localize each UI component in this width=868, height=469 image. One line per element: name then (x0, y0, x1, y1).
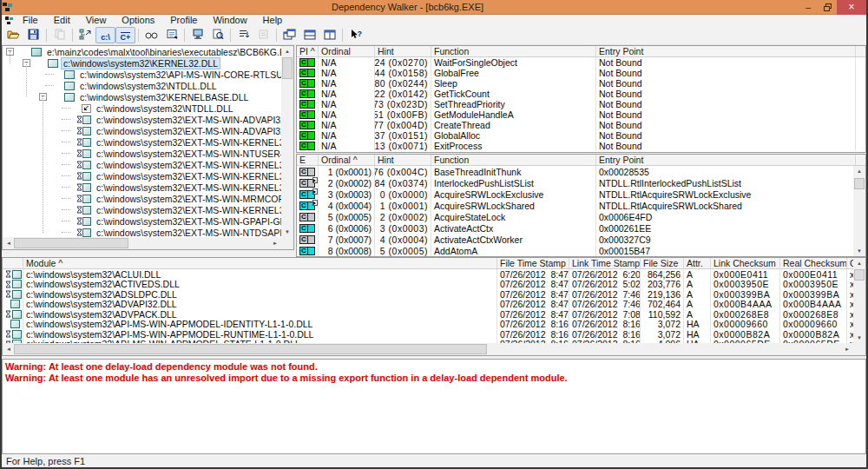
column-header-ordinal-[interactable]: Ordinal ^ (319, 155, 375, 165)
minimize-button[interactable]: – (799, 0, 818, 15)
log-button[interactable] (233, 27, 253, 43)
module-row[interactable]: c:\windows\system32\ADSLDPC.DLL07/26/201… (3, 289, 853, 300)
scroll-thumb[interactable] (854, 269, 865, 281)
column-header-entry-point[interactable]: Entry Point (596, 46, 856, 56)
exports-vertical-scrollbar[interactable]: ▲ ▼ (853, 166, 865, 256)
export-row[interactable]: C6 (0x0006)3 (0x0003)ActivateActCtx0x000… (297, 222, 853, 234)
column-header-link-checksum[interactable]: Link Checksum (711, 258, 780, 268)
save-button[interactable] (23, 27, 43, 43)
tree-item[interactable]: c:\windows\system32\EXT-MS-WIN-KERNEL32-… (3, 159, 281, 170)
import-row[interactable]: CN/A322 (0x0142)GetTickCountNot Bound (297, 89, 865, 99)
module-row[interactable]: c:\windows\system32\API-MS-WIN-APPMODEL-… (3, 329, 853, 340)
menu-help[interactable]: Help (255, 15, 291, 26)
export-row[interactable]: C7 (0x0007)4 (0x0004)ActivateActCtxWorke… (297, 234, 853, 245)
split-vertical-button[interactable] (319, 27, 339, 43)
undecorate-button[interactable]: C+ (115, 27, 135, 43)
tree-item[interactable]: c:\windows\system32\EXT-MS-WIN-NTUSER-ST… (3, 148, 281, 159)
column-header-hint[interactable]: Hint (375, 46, 431, 56)
close-button[interactable]: × (837, 0, 866, 15)
column-header-icon[interactable] (3, 258, 23, 268)
import-row[interactable]: CN/A573 (0x023D)SetThreadPriorityNot Bou… (297, 99, 865, 109)
column-header-hint[interactable]: Hint (375, 155, 431, 165)
menu-profile[interactable]: Profile (162, 15, 205, 26)
tree-item[interactable]: c:\windows\system32\EXT-MS-WIN-KERNEL32-… (3, 136, 281, 148)
tree-item[interactable]: −c:\windows\system32\KERNELBASE.DLL (3, 91, 281, 102)
import-row[interactable]: CN/A113 (0x0071)ExitProcessNot Bound (297, 141, 865, 151)
tree-item[interactable]: c:\windows\system32\NTDLL.DLL (3, 102, 281, 114)
auto-expand-button[interactable] (76, 27, 95, 43)
export-row[interactable]: C8 (0x0008)5 (0x0005)AddAtomA0x00015B47 (297, 245, 853, 256)
cascade-button[interactable] (279, 27, 299, 43)
module-row[interactable]: c:\windows\system32\ACLUI.DLL07/26/2012 … (3, 269, 853, 280)
tree-item[interactable]: c:\windows\system32\EXT-MS-WIN-ADVAPI32-… (3, 125, 281, 136)
column-header-e[interactable]: E (297, 155, 319, 165)
import-row[interactable]: CN/A77 (0x004D)CreateThreadNot Bound (297, 120, 865, 130)
scroll-left-arrow-icon[interactable]: ◄ (3, 344, 15, 354)
column-header-cpu[interactable]: CPU (847, 258, 853, 268)
tree-item[interactable]: −e:\mainz\codes\malx\tool\binaries\execu… (3, 46, 281, 57)
import-row[interactable]: CN/A251 (0x00FB)GetModuleHandleANot Boun… (297, 109, 865, 120)
column-header-ordinal[interactable]: Ordinal (319, 46, 375, 56)
column-header-file-size[interactable]: File Size (641, 258, 684, 268)
menu-view[interactable]: View (78, 15, 115, 26)
export-row[interactable]: C1 (0x0001)76 (0x004C)BaseThreadInitThun… (297, 166, 853, 177)
export-row[interactable]: C4 (0x0004)1 (0x0001)AcquireSRWLockShare… (297, 200, 853, 211)
tree-item[interactable]: c:\windows\system32\EXT-MS-WIN-GPAPI-GRO… (3, 215, 281, 227)
tree-item[interactable]: c:\windows\system32\EXT-MS-WIN-MRMCORER-… (3, 193, 281, 204)
scroll-thumb[interactable] (854, 178, 865, 189)
tree-item[interactable]: c:\windows\system32\EXT-MS-WIN-KERNEL32-… (3, 182, 281, 193)
column-header-function[interactable]: Function (431, 46, 596, 56)
modules-horizontal-scrollbar[interactable]: ◄ ► (3, 343, 853, 355)
scroll-right-arrow-icon[interactable]: ► (269, 238, 281, 248)
system-info-button[interactable] (187, 27, 207, 43)
expand-all-button[interactable] (141, 27, 161, 43)
open-button[interactable] (3, 27, 23, 43)
import-row[interactable]: CN/A580 (0x0244)SleepNot Bound (297, 78, 865, 89)
tree-vertical-scrollbar[interactable]: ▲ ▼ (281, 46, 293, 237)
export-row[interactable]: C5 (0x0005)2 (0x0002)AcquireStateLock0x0… (297, 211, 853, 222)
scroll-thumb[interactable] (14, 344, 487, 354)
menu-options[interactable]: Options (114, 15, 162, 26)
column-header-pi-[interactable]: PI ^ (297, 46, 319, 56)
search-button[interactable] (207, 27, 227, 43)
column-header-entry-point[interactable]: Entry Point (596, 155, 856, 165)
tree-item[interactable]: c:\windows\system32\EXT-MS-WIN-KERNEL32-… (3, 204, 281, 215)
column-header-link-time-stamp[interactable]: Link Time Stamp (569, 258, 641, 268)
tree-item[interactable]: −c:\windows\system32\KERNEL32.DLL (3, 57, 281, 69)
export-row[interactable]: C3 (0x0003)0 (0x0000)AcquireSRWLockExclu… (297, 188, 853, 200)
import-row[interactable]: CN/A624 (0x0270)WaitForSingleObjectNot B… (297, 57, 865, 68)
restore-button[interactable] (818, 0, 837, 15)
scroll-down-arrow-icon[interactable]: ▼ (853, 246, 865, 256)
scroll-up-arrow-icon[interactable]: ▲ (853, 166, 865, 176)
export-row[interactable]: C2 (0x0002)884 (0x0374)InterlockedPushLi… (297, 177, 853, 188)
scroll-right-arrow-icon[interactable]: ► (841, 344, 853, 354)
column-header-file-time-stamp[interactable]: File Time Stamp (497, 258, 569, 268)
scroll-thumb[interactable] (14, 238, 128, 248)
column-header-module-[interactable]: Module ^ (23, 258, 497, 268)
import-row[interactable]: CN/A337 (0x0151)GlobalAllocNot Bound (297, 130, 865, 141)
tree-item[interactable]: c:\windows\system32\EXT-MS-WIN-ADVAPI32-… (3, 114, 281, 125)
properties-button[interactable] (161, 27, 181, 43)
column-header-real-checksum[interactable]: Real Checksum (780, 258, 847, 268)
module-row[interactable]: c:\windows\system32\ADVAPI32.DLL07/26/20… (3, 300, 853, 310)
module-row[interactable]: c:\windows\system32\ADVPACK.DLL07/26/201… (3, 309, 853, 320)
menu-edit[interactable]: Edit (46, 15, 78, 26)
tree-item[interactable]: c:\windows\system32\EXT-MS-WIN-NTDSAPI-A… (3, 227, 281, 237)
tree-item[interactable]: c:\windows\system32\API-MS-WIN-CORE-RTLS… (3, 69, 281, 80)
scroll-down-arrow-icon[interactable]: ▼ (281, 227, 293, 237)
modules-vertical-scrollbar[interactable]: ▲ ▼ (853, 258, 865, 343)
menu-window[interactable]: Window (205, 15, 254, 26)
tree-item[interactable]: c:\windows\system32\EXT-MS-WIN-KERNEL32-… (3, 170, 281, 182)
scroll-up-arrow-icon[interactable]: ▲ (281, 46, 293, 56)
tree-item[interactable]: c:\windows\system32\NTDLL.DLL (3, 80, 281, 91)
module-row[interactable]: c:\windows\system32\API-MS-WIN-APPMODEL-… (3, 320, 853, 330)
column-header-function[interactable]: Function (431, 155, 596, 165)
scroll-left-arrow-icon[interactable]: ◄ (3, 238, 15, 248)
split-horizontal-button[interactable] (299, 27, 319, 43)
import-row[interactable]: CN/A344 (0x0158)GlobalFreeNot Bound (297, 68, 865, 78)
scroll-up-arrow-icon[interactable]: ▲ (853, 258, 865, 268)
context-help-button[interactable]: ? (345, 27, 365, 43)
scroll-thumb[interactable] (282, 57, 293, 79)
scroll-down-arrow-icon[interactable]: ▼ (853, 333, 865, 343)
menu-file[interactable]: File (15, 15, 46, 26)
